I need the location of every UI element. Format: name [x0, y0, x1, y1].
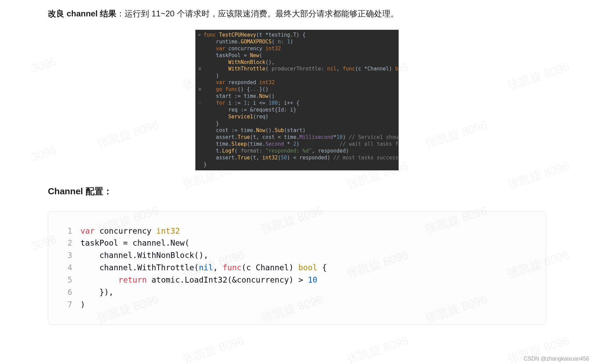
code-line: 4 channel.WithThrottle(nil, func(c Chann…	[59, 262, 535, 274]
code-text: )	[80, 299, 85, 311]
code-text: channel.WithThrottle(nil, func(c Channel…	[80, 262, 327, 274]
result-heading: 改良 channel 结果：运行到 11~20 个请求时，应该限速消费。最终大部…	[48, 7, 546, 21]
line-number: 4	[59, 262, 80, 274]
config-heading: Channel 配置：	[48, 185, 546, 197]
line-number: 1	[59, 225, 80, 237]
gutter-icon: ▣	[197, 87, 202, 92]
line-number: 2	[59, 237, 80, 249]
line-number: 7	[59, 299, 80, 311]
gutter-icon: ▶	[197, 32, 202, 38]
line-number: 5	[59, 274, 80, 286]
attribution-text: CSDN @zhangkaixuan456	[524, 356, 589, 362]
result-heading-rest: ：运行到 11~20 个请求时，应该限速消费。最终大部分请求都能够正确处理。	[116, 9, 399, 18]
ide-code-line: Service1(req)	[197, 114, 395, 120]
code-line: 7)	[59, 299, 535, 311]
ide-code-line: time.Sleep(time.Second * 2) // wait all …	[197, 141, 395, 148]
ide-code-line: WithNonBlock(),	[197, 59, 395, 66]
code-line: 3 channel.WithNonBlock(),	[59, 249, 535, 262]
ide-code-line: t.Logf( format: "responded: %d", respond…	[197, 148, 395, 155]
result-heading-bold: 改良 channel 结果	[48, 9, 116, 18]
watermark: 张凯旋 8096	[345, 333, 410, 364]
code-text: return atomic.LoadInt32(&concurrency) > …	[80, 274, 317, 286]
gutter-icon: ▣	[197, 66, 202, 72]
article-content: 改良 channel 结果：运行到 11~20 个请求时，应该限速消费。最终大部…	[0, 0, 594, 325]
line-number: 6	[59, 286, 80, 299]
gutter-icon: ▢	[197, 100, 202, 106]
code-block: 1var concurrency int322taskPool = channe…	[48, 211, 546, 325]
ide-code-line: taskPool = New(	[197, 52, 395, 59]
ide-code-line: cost := time.Now().Sub(start)	[197, 127, 395, 134]
ide-code-line: var responded int32	[197, 79, 395, 86]
code-text: taskPool = channel.New(	[80, 237, 190, 249]
ide-code-line: ▢ for i := 1; i <= 100; i++ {	[197, 100, 395, 107]
ide-screenshot: ▶func TestCPUHeavy(t *testing.T) { runti…	[195, 30, 399, 170]
ide-code-line: req := &request{Id: i}	[197, 107, 395, 114]
code-line: 5 return atomic.LoadInt32(&concurrency) …	[59, 274, 535, 286]
ide-code-line: }	[197, 161, 395, 168]
code-line: 2taskPool = channel.New(	[59, 237, 535, 249]
ide-code-line: )	[197, 73, 395, 79]
ide-code-line: assert.True(t, int32(50) < responded) //…	[197, 155, 395, 161]
watermark: 张凯旋 8096	[180, 333, 246, 364]
ide-code-line: ▣ WithThrottle( producerThrottle: nil, f…	[197, 66, 395, 73]
code-line: 6 }),	[59, 286, 535, 299]
ide-code-line: }	[197, 120, 395, 127]
ide-code-line: runtime.GOMAXPROCS( n: 1)	[197, 39, 395, 46]
code-line: 1var concurrency int32	[59, 225, 535, 237]
code-text: var concurrency int32	[80, 225, 180, 237]
code-text: }),	[80, 286, 114, 299]
ide-code-line: start := time.Now()	[197, 93, 395, 100]
ide-code-line: var concurrency int32	[197, 46, 395, 52]
line-number: 3	[59, 249, 80, 262]
ide-code-line: ▶func TestCPUHeavy(t *testing.T) {	[197, 32, 395, 39]
ide-code-line: ▣ go func() {...}()	[197, 86, 395, 93]
code-text: channel.WithNonBlock(),	[80, 249, 208, 262]
ide-code-line: assert.True(t, cost < time.Millisecond*1…	[197, 134, 395, 141]
